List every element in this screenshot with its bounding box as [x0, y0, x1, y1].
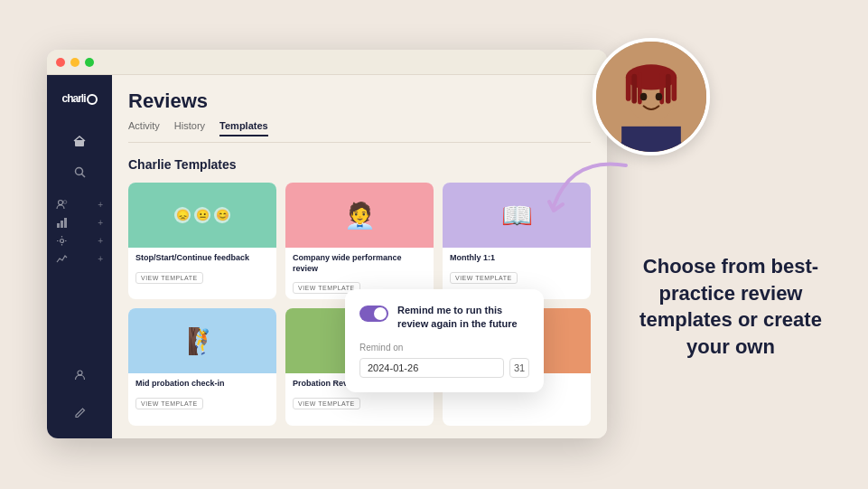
right-text: Choose from best-practice review templat…: [622, 253, 839, 361]
svg-point-4: [63, 200, 67, 203]
tab-history[interactable]: History: [174, 120, 205, 136]
svg-point-1: [75, 167, 82, 174]
reminder-card: Remind me to run this review again in th…: [345, 289, 544, 392]
svg-rect-17: [638, 72, 642, 105]
sidebar-icon-settings[interactable]: [56, 235, 68, 247]
emoji-happy: 😊: [214, 207, 230, 223]
section-title: Charlie Templates: [128, 157, 591, 172]
svg-point-9: [78, 371, 82, 375]
svg-rect-6: [61, 221, 63, 228]
svg-point-3: [59, 200, 63, 204]
tab-bar: Activity History Templates: [128, 120, 591, 143]
tab-templates[interactable]: Templates: [219, 120, 268, 136]
card-name-stop-start: Stop/Start/Continue feedback: [135, 253, 269, 264]
date-input-row: 2024-01-26 31: [359, 358, 529, 378]
template-card-mid-probation[interactable]: 🧗 Mid probation check-in VIEW TEMPLATE: [128, 308, 276, 425]
sidebar-icon-stats[interactable]: [56, 253, 68, 265]
svg-rect-16: [631, 74, 637, 104]
tab-activity[interactable]: Activity: [128, 120, 160, 136]
svg-point-8: [61, 239, 64, 242]
sidebar-icon-chart[interactable]: [56, 217, 68, 229]
sidebar-plus-settings[interactable]: +: [98, 234, 103, 247]
svg-rect-15: [626, 76, 631, 101]
card-body-stop-start: Stop/Start/Continue feedback VIEW TEMPLA…: [128, 248, 276, 289]
card-name-mid-probation: Mid probation check-in: [135, 379, 269, 390]
sidebar-icon-edit[interactable]: [67, 400, 92, 425]
sidebar-plus-stats[interactable]: +: [98, 252, 103, 265]
svg-point-21: [640, 93, 648, 100]
logo: charli: [61, 86, 98, 111]
view-template-btn-stop-start[interactable]: VIEW TEMPLATE: [135, 272, 203, 284]
sidebar-icon-home[interactable]: [67, 128, 92, 154]
template-card-stop-start[interactable]: 😞 😐 😊 Stop/Start/Continue feedback VIEW …: [128, 183, 276, 299]
toggle-switch[interactable]: [359, 306, 388, 322]
sidebar-plus-chart[interactable]: +: [98, 216, 103, 229]
figure-company-wide: 🧑‍💼: [344, 201, 376, 230]
sidebar-icon-people[interactable]: [56, 199, 68, 211]
avatar-person-svg: [596, 38, 706, 155]
dot-red[interactable]: [56, 58, 65, 67]
view-template-btn-mid-probation[interactable]: VIEW TEMPLATE: [135, 398, 203, 409]
page-title: Reviews: [128, 89, 591, 113]
reminder-text: Remind me to run this review again in th…: [397, 304, 529, 332]
sidebar-plus-section: + + +: [47, 198, 112, 265]
title-bar: [47, 50, 607, 75]
card-body-mid-probation: Mid probation check-in VIEW TEMPLATE: [128, 373, 276, 415]
svg-rect-7: [64, 218, 67, 228]
date-input[interactable]: 2024-01-26: [359, 358, 504, 378]
sidebar-icon-profile[interactable]: [67, 362, 92, 387]
card-image-stop-start: 😞 😐 😊: [128, 183, 276, 248]
card-image-mid-probation: 🧗: [128, 308, 276, 373]
calendar-icon[interactable]: 31: [509, 358, 529, 378]
svg-point-22: [656, 93, 663, 100]
svg-line-2: [81, 174, 85, 177]
remind-on-label: Remind on: [359, 343, 529, 353]
svg-rect-19: [666, 74, 671, 104]
svg-rect-5: [57, 223, 60, 228]
figure-mid-probation: 🧗: [187, 326, 219, 356]
toggle-knob: [374, 307, 387, 320]
card-name-monthly: Monthly 1:1: [450, 253, 583, 264]
svg-rect-20: [672, 76, 677, 101]
dot-green[interactable]: [85, 58, 94, 67]
emoji-neutral: 😐: [194, 207, 210, 223]
avatar-circle: [593, 38, 710, 155]
sidebar-icon-search[interactable]: [67, 159, 92, 184]
emoji-sad: 😞: [174, 207, 191, 223]
view-template-btn-monthly[interactable]: VIEW TEMPLATE: [450, 272, 518, 284]
svg-rect-0: [75, 140, 84, 146]
dot-yellow[interactable]: [70, 58, 79, 67]
sidebar: charli +: [47, 75, 112, 438]
figure-monthly: 📖: [501, 201, 533, 230]
card-body-monthly: Monthly 1:1 VIEW TEMPLATE: [443, 248, 591, 289]
view-template-btn-probation[interactable]: VIEW TEMPLATE: [293, 398, 360, 409]
svg-rect-23: [621, 127, 681, 152]
arrow-svg: [536, 152, 644, 224]
card-name-company-wide: Company wide performance review: [293, 253, 426, 274]
template-card-company-wide[interactable]: 🧑‍💼 Company wide performance review VIEW…: [285, 183, 434, 299]
reminder-header: Remind me to run this review again in th…: [359, 304, 529, 332]
card-image-company-wide: 🧑‍💼: [285, 183, 434, 248]
sidebar-plus-people[interactable]: +: [98, 198, 103, 211]
